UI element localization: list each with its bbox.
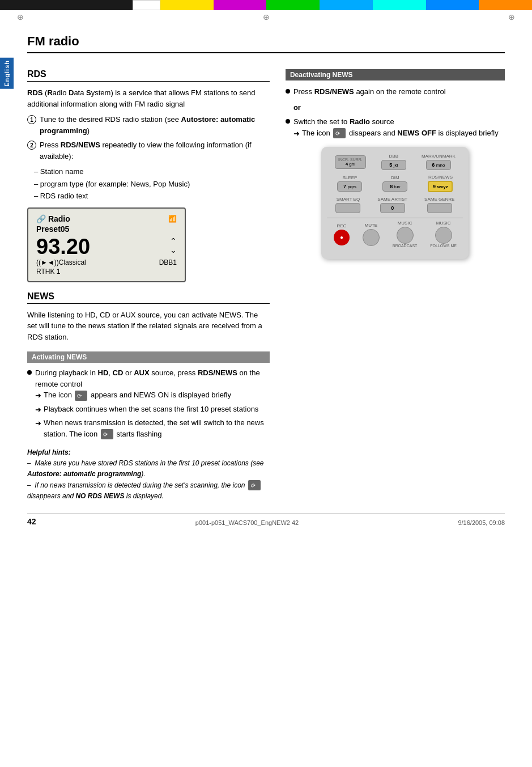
follows-me-sublabel: FOLLOWS ME (430, 244, 457, 248)
activating-news-banner: Activating NEWS (27, 351, 270, 363)
dash-item-2: program type (for example: News, Pop Mus… (34, 179, 270, 190)
color-seg-6 (133, 0, 160, 10)
dash-item-3: RDS radio text (34, 190, 270, 202)
deactivating-text-2: Switch the set to Radio source (293, 117, 394, 126)
rds-step2-text: Press RDS/NEWS repeatedly to view the fo… (40, 139, 270, 162)
smart-eq-btn[interactable] (335, 203, 360, 213)
dim-col: DIM 8 tuv (382, 175, 407, 192)
radio-bottom-row: ((►◄))Classical DBB1 (36, 259, 177, 266)
color-seg-20 (505, 0, 532, 10)
deactivating-list: Press RDS/NEWS again on the remote contr… (286, 86, 505, 98)
news-icon-1 (75, 391, 87, 401)
radio-display: 🔗 Radio 📶 Preset05 93.20 ⌃⌄ ((►◄))Classi… (27, 207, 186, 282)
remote-control: INCR. SURR. 4 ghi DBB 5 jkl MARK/UNMARK … (321, 147, 469, 259)
rds-step1-text: Tune to the desired RDS radio station (s… (40, 114, 270, 136)
smart-eq-label: SMART EQ (337, 197, 360, 202)
top-right-mark: ⊕ (508, 12, 515, 22)
rec-btn[interactable]: ● (334, 230, 350, 245)
broadcast-sublabel: BROADCAST (393, 244, 418, 248)
step-num-1: 1 (27, 115, 36, 124)
helpful-hints-title: Helpful hints: (27, 448, 71, 456)
color-bar (0, 0, 532, 10)
rds-intro: RDS (Radio Data System) is a service tha… (27, 87, 270, 109)
incr-surr-col: INCR. SURR. 4 ghi (335, 155, 366, 169)
color-seg-5 (106, 0, 133, 10)
radio-station: RTHK 1 (36, 268, 177, 276)
deactivating-text-1: Press RDS/NEWS again on the remote contr… (293, 86, 446, 98)
rds-news-btn[interactable]: 9 wxyz (428, 181, 453, 192)
music-follows-label: MUSIC (436, 221, 451, 226)
same-artist-label: SAME ARTIST (377, 197, 407, 202)
color-seg-2 (27, 0, 53, 10)
rec-col: REC ● (334, 223, 350, 245)
remote-divider (327, 218, 463, 218)
color-seg-1 (0, 0, 27, 10)
dim-btn[interactable]: 8 tuv (382, 181, 407, 192)
top-center-mark: ⊕ (263, 12, 270, 22)
remote-wrapper: INCR. SURR. 4 ghi DBB 5 jkl MARK/UNMARK … (286, 147, 505, 259)
color-seg-13 (320, 0, 346, 10)
mute-btn[interactable] (363, 229, 380, 246)
helpful-hints: Helpful hints: – Make sure you have stor… (27, 447, 270, 502)
mark-unmark-btn[interactable]: 6 mno (426, 160, 451, 170)
language-tab: English (0, 58, 14, 89)
left-column: RDS RDS (Radio Data System) is a service… (27, 63, 270, 502)
news-intro: While listening to HD, CD or AUX source,… (27, 310, 270, 343)
footer-left: p001-p051_WACS700_EngNEW2 42 (195, 519, 299, 526)
arrow-text-2: Playback continues when the set scans th… (44, 404, 258, 415)
page-number: 42 (27, 517, 36, 526)
activating-list: During playback in HD, CD or AUX source,… (27, 367, 270, 442)
rds-step-2: 2 Press RDS/NEWS repeatedly to view the … (27, 139, 270, 162)
right-column: Deactivating NEWS Press RDS/NEWS again o… (286, 63, 505, 502)
activating-item-1: During playback in HD, CD or AUX source,… (27, 367, 270, 442)
radio-preset: Preset05 (36, 224, 177, 234)
arrow-sym-1: ➜ (35, 390, 41, 401)
deactivating-item-2-content: Switch the set to Radio source ➜ The ico… (293, 116, 499, 141)
bullet-dot-1 (27, 370, 32, 375)
news-icon-2 (101, 429, 113, 439)
arrow-sym-3: ➜ (35, 418, 41, 429)
incr-surr-btn[interactable]: INCR. SURR. 4 ghi (335, 155, 366, 169)
deactivating-banner: Deactivating NEWS (286, 69, 505, 80)
color-seg-18 (452, 0, 479, 10)
rds-dash-list: Station name program type (for example: … (27, 166, 270, 202)
remote-row-3: SMART EQ SAME ARTIST 0 SAME GENRE (327, 197, 463, 213)
deactivating-item-1: Press RDS/NEWS again on the remote contr… (286, 86, 505, 98)
color-seg-10 (240, 0, 267, 10)
sleep-col: SLEEP 7 pqrs (337, 175, 362, 192)
smart-eq-col: SMART EQ (335, 197, 360, 213)
color-seg-19 (479, 0, 505, 10)
bullet-dot-d1 (286, 89, 290, 94)
activating-main-text: During playback in HD, CD or AUX source,… (35, 368, 260, 388)
dbb-col: DBB 5 jkl (381, 154, 406, 170)
dbb-btn[interactable]: 5 jkl (381, 160, 406, 170)
incr-surr-label-top: INCR. SURR. (338, 158, 363, 162)
deactivating-or: or (293, 102, 505, 113)
rds-news-label: RDS/NEWS (428, 175, 453, 180)
music-broadcast-btn[interactable] (397, 227, 414, 244)
arrow-item-2: ➜ Playback continues when the set scans … (35, 404, 270, 416)
dim-label: DIM (391, 175, 399, 180)
page-wrapper: English FM radio RDS RDS (Radio Data Sys… (0, 24, 532, 549)
remote-row-1: INCR. SURR. 4 ghi DBB 5 jkl MARK/UNMARK … (327, 154, 463, 170)
deactivating-section: Deactivating NEWS Press RDS/NEWS again o… (286, 69, 505, 141)
sleep-btn[interactable]: 7 pqrs (337, 181, 362, 192)
mark-unmark-label: MARK/UNMARK (422, 154, 456, 159)
color-seg-9 (214, 0, 240, 10)
music-broadcast-col: MUSIC BROADCAST (393, 221, 418, 248)
news-icon-3 (248, 480, 261, 490)
radio-bottom-right: DBB1 (159, 259, 177, 266)
two-column-layout: RDS RDS (Radio Data System) is a service… (27, 63, 505, 502)
same-genre-btn[interactable] (427, 203, 452, 213)
same-artist-col: SAME ARTIST 0 (377, 197, 407, 213)
arrow-text-1: The icon appears and NEWS ON is displaye… (44, 389, 231, 401)
incr-surr-num: 4 ghi (338, 162, 363, 167)
same-artist-btn[interactable]: 0 (380, 203, 405, 213)
page-bottom: 42 p001-p051_WACS700_EngNEW2 42 9/16/200… (27, 513, 505, 526)
music-follows-col: MUSIC FOLLOWS ME (430, 221, 457, 248)
news-section: NEWS While listening to HD, CD or AUX so… (27, 291, 270, 502)
music-follows-btn[interactable] (435, 227, 452, 244)
activating-item-1-content: During playback in HD, CD or AUX source,… (35, 367, 270, 442)
mute-label: MUTE (365, 223, 378, 228)
rec-label: REC (337, 223, 346, 228)
